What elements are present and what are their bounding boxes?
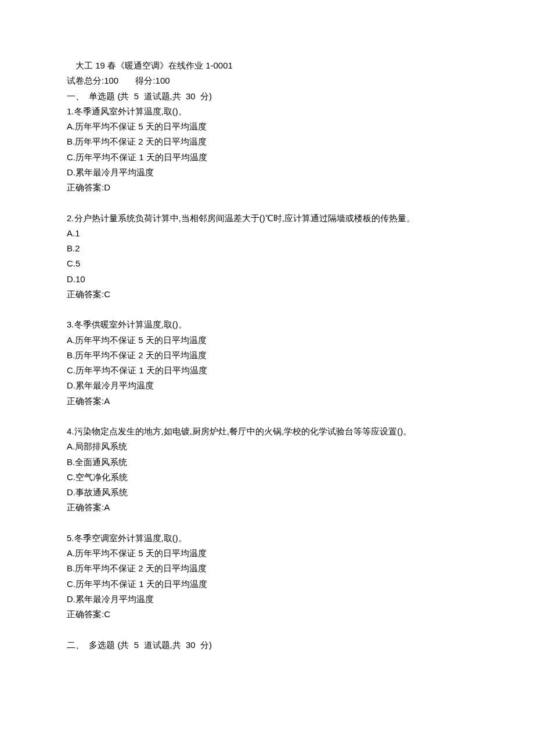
question-stem: 1.冬季通风室外计算温度,取()。 <box>67 104 467 119</box>
question-option: A.历年平均不保证 5 天的日平均温度 <box>67 119 467 134</box>
question-option: C.历年平均不保证 1 天的日平均温度 <box>67 150 467 165</box>
blank-line <box>67 516 467 531</box>
question-option: D.事故通风系统 <box>67 485 467 500</box>
question-option: C.历年平均不保证 1 天的日平均温度 <box>67 577 467 592</box>
section2-heading: 二、 多选题 (共 5 道试题,共 30 分) <box>67 638 467 653</box>
question-stem: 3.冬季供暖室外计算温度,取()。 <box>67 317 467 332</box>
question-option: C.历年平均不保证 1 天的日平均温度 <box>67 363 467 378</box>
question-answer: 正确答案:A <box>67 500 467 515</box>
exam-document: 大工 19 春《暖通空调》在线作业 1-0001 试卷总分:100 得分:100… <box>0 0 534 687</box>
question-option: D.10 <box>67 272 467 287</box>
exam-title: 大工 19 春《暖通空调》在线作业 1-0001 <box>67 58 467 73</box>
question-option: B.全面通风系统 <box>67 455 467 470</box>
question-option: B.2 <box>67 241 467 256</box>
blank-line <box>67 195 467 210</box>
question-stem: 4.污染物定点发生的地方,如电镀,厨房炉灶,餐厅中的火锅,学校的化学试验台等等应… <box>67 424 467 439</box>
question-option: C.空气净化系统 <box>67 470 467 485</box>
question-option: B.历年平均不保证 2 天的日平均温度 <box>67 134 467 149</box>
question-option: B.历年平均不保证 2 天的日平均温度 <box>67 561 467 576</box>
question-answer: 正确答案:D <box>67 180 467 195</box>
question-option: A.局部排风系统 <box>67 439 467 454</box>
score-line: 试卷总分:100 得分:100 <box>67 73 467 88</box>
question-stem: 5.冬季空调室外计算温度,取()。 <box>67 531 467 546</box>
question-answer: 正确答案:C <box>67 607 467 622</box>
question-option: B.历年平均不保证 2 天的日平均温度 <box>67 348 467 363</box>
question-answer: 正确答案:C <box>67 287 467 302</box>
section1-heading: 一、 单选题 (共 5 道试题,共 30 分) <box>67 89 467 104</box>
question-option: A.历年平均不保证 5 天的日平均温度 <box>67 333 467 348</box>
blank-line <box>67 622 467 637</box>
question-option: D.累年最冷月平均温度 <box>67 165 467 180</box>
question-option: D.累年最冷月平均温度 <box>67 378 467 393</box>
question-option: C.5 <box>67 256 467 271</box>
question-answer: 正确答案:A <box>67 394 467 409</box>
question-option: A.1 <box>67 226 467 241</box>
blank-line <box>67 302 467 317</box>
question-option: D.累年最冷月平均温度 <box>67 592 467 607</box>
question-stem: 2.分户热计量系统负荷计算中,当相邻房间温差大于()℃时,应计算通过隔墙或楼板的… <box>67 211 467 226</box>
question-option: A.历年平均不保证 5 天的日平均温度 <box>67 546 467 561</box>
blank-line <box>67 409 467 424</box>
